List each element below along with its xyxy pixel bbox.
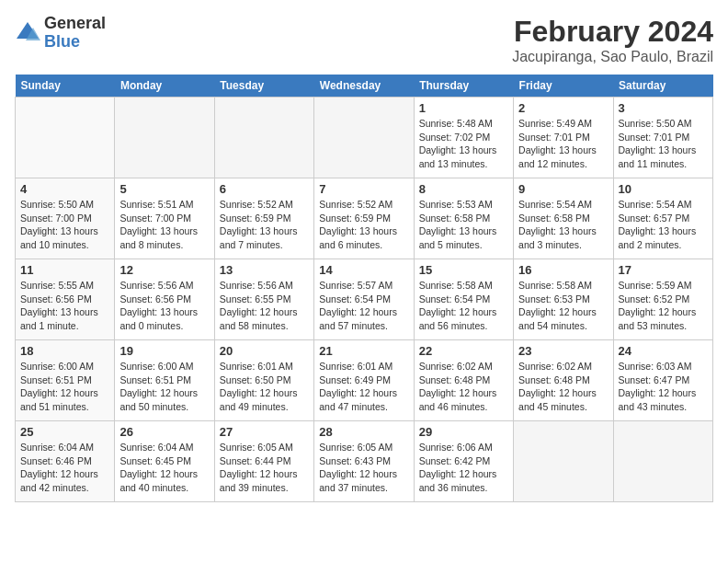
day-info: Sunrise: 6:02 AMSunset: 6:48 PMDaylight:… — [419, 360, 508, 414]
day-number: 12 — [119, 263, 209, 277]
calendar-cell — [214, 98, 313, 178]
main-title: February 2024 — [512, 15, 713, 49]
calendar-cell: 15Sunrise: 5:58 AMSunset: 6:54 PMDayligh… — [414, 259, 513, 340]
calendar-cell: 18Sunrise: 6:00 AMSunset: 6:51 PMDayligh… — [16, 340, 115, 421]
calendar-cell: 1Sunrise: 5:48 AMSunset: 7:02 PMDaylight… — [414, 98, 513, 178]
header-wednesday: Wednesday — [314, 75, 414, 98]
day-info: Sunrise: 5:59 AMSunset: 6:52 PMDaylight:… — [619, 279, 708, 333]
calendar-cell: 5Sunrise: 5:51 AMSunset: 7:00 PMDaylight… — [115, 178, 214, 259]
calendar-cell: 8Sunrise: 5:53 AMSunset: 6:58 PMDaylight… — [414, 178, 513, 259]
logo: General Blue — [15, 15, 106, 52]
calendar-cell: 17Sunrise: 5:59 AMSunset: 6:52 PMDayligh… — [613, 259, 712, 340]
day-info: Sunrise: 6:01 AMSunset: 6:50 PMDaylight:… — [220, 360, 309, 414]
header-sunday: Sunday — [16, 75, 115, 98]
day-number: 4 — [20, 182, 109, 196]
calendar-cell: 4Sunrise: 5:50 AMSunset: 7:00 PMDaylight… — [16, 178, 115, 259]
day-info: Sunrise: 5:51 AMSunset: 7:00 PMDaylight:… — [119, 198, 209, 252]
calendar-cell: 2Sunrise: 5:49 AMSunset: 7:01 PMDaylight… — [514, 98, 613, 178]
calendar-cell — [314, 98, 414, 178]
day-info: Sunrise: 5:49 AMSunset: 7:01 PMDaylight:… — [518, 117, 608, 171]
header-thursday: Thursday — [414, 75, 513, 98]
day-number: 9 — [518, 182, 608, 196]
day-number: 21 — [319, 344, 408, 358]
calendar-cell: 13Sunrise: 5:56 AMSunset: 6:55 PMDayligh… — [214, 259, 313, 340]
header-monday: Monday — [115, 75, 214, 98]
calendar-cell: 24Sunrise: 6:03 AMSunset: 6:47 PMDayligh… — [613, 340, 712, 421]
day-info: Sunrise: 5:50 AMSunset: 7:01 PMDaylight:… — [619, 117, 708, 171]
day-info: Sunrise: 6:02 AMSunset: 6:48 PMDaylight:… — [518, 360, 608, 414]
day-number: 23 — [518, 344, 608, 358]
day-number: 5 — [119, 182, 209, 196]
week-row-1: 1Sunrise: 5:48 AMSunset: 7:02 PMDaylight… — [16, 98, 713, 178]
day-number: 26 — [119, 425, 209, 439]
calendar-cell — [16, 98, 115, 178]
day-number: 25 — [20, 425, 109, 439]
day-info: Sunrise: 6:05 AMSunset: 6:44 PMDaylight:… — [220, 441, 309, 495]
day-info: Sunrise: 5:56 AMSunset: 6:55 PMDaylight:… — [220, 279, 309, 333]
page-header: General Blue February 2024 Jacupiranga, … — [15, 15, 713, 65]
calendar-cell — [514, 421, 613, 502]
calendar-cell: 29Sunrise: 6:06 AMSunset: 6:42 PMDayligh… — [414, 421, 513, 502]
calendar-cell: 3Sunrise: 5:50 AMSunset: 7:01 PMDaylight… — [613, 98, 712, 178]
day-number: 16 — [518, 263, 608, 277]
day-number: 28 — [319, 425, 408, 439]
calendar-cell: 10Sunrise: 5:54 AMSunset: 6:57 PMDayligh… — [613, 178, 712, 259]
day-number: 10 — [619, 182, 708, 196]
day-info: Sunrise: 5:58 AMSunset: 6:54 PMDaylight:… — [419, 279, 508, 333]
day-info: Sunrise: 5:56 AMSunset: 6:56 PMDaylight:… — [119, 279, 209, 333]
header-row: SundayMondayTuesdayWednesdayThursdayFrid… — [16, 75, 713, 98]
logo-general: General — [44, 15, 106, 33]
day-number: 29 — [419, 425, 508, 439]
week-row-2: 4Sunrise: 5:50 AMSunset: 7:00 PMDaylight… — [16, 178, 713, 259]
week-row-5: 25Sunrise: 6:04 AMSunset: 6:46 PMDayligh… — [16, 421, 713, 502]
week-row-4: 18Sunrise: 6:00 AMSunset: 6:51 PMDayligh… — [16, 340, 713, 421]
day-info: Sunrise: 5:57 AMSunset: 6:54 PMDaylight:… — [319, 279, 408, 333]
day-number: 14 — [319, 263, 408, 277]
calendar-cell: 23Sunrise: 6:02 AMSunset: 6:48 PMDayligh… — [514, 340, 613, 421]
day-info: Sunrise: 5:52 AMSunset: 6:59 PMDaylight:… — [319, 198, 408, 252]
title-area: February 2024 Jacupiranga, Sao Paulo, Br… — [512, 15, 713, 65]
day-info: Sunrise: 5:48 AMSunset: 7:02 PMDaylight:… — [419, 117, 508, 171]
day-info: Sunrise: 5:52 AMSunset: 6:59 PMDaylight:… — [220, 198, 309, 252]
day-number: 22 — [419, 344, 508, 358]
day-number: 24 — [619, 344, 708, 358]
calendar-cell: 6Sunrise: 5:52 AMSunset: 6:59 PMDaylight… — [214, 178, 313, 259]
day-info: Sunrise: 6:04 AMSunset: 6:46 PMDaylight:… — [20, 441, 109, 495]
day-info: Sunrise: 5:55 AMSunset: 6:56 PMDaylight:… — [20, 279, 109, 333]
calendar-cell: 16Sunrise: 5:58 AMSunset: 6:53 PMDayligh… — [514, 259, 613, 340]
header-friday: Friday — [514, 75, 613, 98]
day-info: Sunrise: 6:00 AMSunset: 6:51 PMDaylight:… — [20, 360, 109, 414]
calendar-cell — [613, 421, 712, 502]
day-number: 3 — [619, 101, 708, 115]
calendar-cell — [115, 98, 214, 178]
day-info: Sunrise: 6:05 AMSunset: 6:43 PMDaylight:… — [319, 441, 408, 495]
day-info: Sunrise: 5:54 AMSunset: 6:58 PMDaylight:… — [518, 198, 608, 252]
calendar-cell: 28Sunrise: 6:05 AMSunset: 6:43 PMDayligh… — [314, 421, 414, 502]
header-tuesday: Tuesday — [214, 75, 313, 98]
calendar-cell: 14Sunrise: 5:57 AMSunset: 6:54 PMDayligh… — [314, 259, 414, 340]
calendar-cell: 9Sunrise: 5:54 AMSunset: 6:58 PMDaylight… — [514, 178, 613, 259]
day-number: 11 — [20, 263, 109, 277]
week-row-3: 11Sunrise: 5:55 AMSunset: 6:56 PMDayligh… — [16, 259, 713, 340]
calendar-cell: 26Sunrise: 6:04 AMSunset: 6:45 PMDayligh… — [115, 421, 214, 502]
calendar-cell: 25Sunrise: 6:04 AMSunset: 6:46 PMDayligh… — [16, 421, 115, 502]
calendar-cell: 12Sunrise: 5:56 AMSunset: 6:56 PMDayligh… — [115, 259, 214, 340]
day-info: Sunrise: 6:06 AMSunset: 6:42 PMDaylight:… — [419, 441, 508, 495]
day-info: Sunrise: 6:01 AMSunset: 6:49 PMDaylight:… — [319, 360, 408, 414]
day-info: Sunrise: 5:50 AMSunset: 7:00 PMDaylight:… — [20, 198, 109, 252]
day-info: Sunrise: 6:03 AMSunset: 6:47 PMDaylight:… — [619, 360, 708, 414]
day-info: Sunrise: 5:54 AMSunset: 6:57 PMDaylight:… — [619, 198, 708, 252]
day-info: Sunrise: 6:00 AMSunset: 6:51 PMDaylight:… — [119, 360, 209, 414]
day-number: 18 — [20, 344, 109, 358]
day-number: 13 — [220, 263, 309, 277]
calendar-cell: 11Sunrise: 5:55 AMSunset: 6:56 PMDayligh… — [16, 259, 115, 340]
day-number: 2 — [518, 101, 608, 115]
day-number: 8 — [419, 182, 508, 196]
logo-blue: Blue — [44, 33, 106, 52]
day-info: Sunrise: 5:53 AMSunset: 6:58 PMDaylight:… — [419, 198, 508, 252]
day-number: 17 — [619, 263, 708, 277]
day-number: 15 — [419, 263, 508, 277]
day-info: Sunrise: 6:04 AMSunset: 6:45 PMDaylight:… — [119, 441, 209, 495]
calendar-cell: 21Sunrise: 6:01 AMSunset: 6:49 PMDayligh… — [314, 340, 414, 421]
day-number: 19 — [119, 344, 209, 358]
